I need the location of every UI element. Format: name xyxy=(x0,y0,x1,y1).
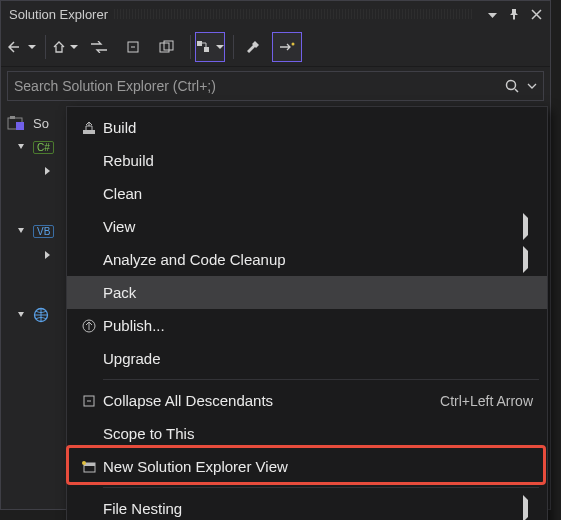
sync-button[interactable] xyxy=(84,32,114,62)
menu-label: Build xyxy=(103,119,533,136)
panel-toolbar xyxy=(1,27,550,67)
menu-separator xyxy=(103,379,539,380)
preview-button[interactable] xyxy=(272,32,302,62)
pending-changes-filter-button[interactable] xyxy=(195,32,225,62)
solution-icon xyxy=(7,115,27,131)
search-input[interactable]: Search Solution Explorer (Ctrl+;) xyxy=(7,71,544,101)
menu-label: Clean xyxy=(103,185,533,202)
toolbar-separator xyxy=(190,35,191,59)
menu-item-upgrade[interactable]: Upgrade xyxy=(67,342,547,375)
pin-icon[interactable] xyxy=(504,4,524,24)
submenu-arrow-icon xyxy=(515,500,533,517)
menu-label: Pack xyxy=(103,284,533,301)
menu-item-rebuild[interactable]: Rebuild xyxy=(67,144,547,177)
search-placeholder: Search Solution Explorer (Ctrl+;) xyxy=(14,78,505,94)
svg-rect-8 xyxy=(10,116,15,119)
menu-label: Publish... xyxy=(103,317,533,334)
menu-item-analyze[interactable]: Analyze and Code Cleanup xyxy=(67,243,547,276)
search-dropdown-icon[interactable] xyxy=(527,81,537,91)
menu-item-new-solution-explorer-view[interactable]: New Solution Explorer View xyxy=(67,450,547,483)
menu-item-clean[interactable]: Clean xyxy=(67,177,547,210)
menu-label: Analyze and Code Cleanup xyxy=(103,251,515,268)
svg-rect-11 xyxy=(83,130,95,134)
menu-item-publish[interactable]: Publish... xyxy=(67,309,547,342)
build-icon xyxy=(75,120,103,136)
panel-titlebar: Solution Explorer xyxy=(1,1,550,27)
menu-label: File Nesting xyxy=(103,500,515,517)
globe-icon xyxy=(33,307,49,323)
collapse-all-button[interactable] xyxy=(118,32,148,62)
menu-item-scope[interactable]: Scope to This xyxy=(67,417,547,450)
window-position-icon[interactable] xyxy=(482,4,502,24)
csharp-badge-icon: C# xyxy=(33,141,54,154)
menu-label: Collapse All Descendants xyxy=(103,392,440,409)
menu-item-file-nesting[interactable]: File Nesting xyxy=(67,492,547,520)
search-icon[interactable] xyxy=(505,79,523,93)
toolbar-separator xyxy=(233,35,234,59)
svg-rect-9 xyxy=(16,122,24,130)
home-button[interactable] xyxy=(50,32,80,62)
close-icon[interactable] xyxy=(526,4,546,24)
properties-button[interactable] xyxy=(238,32,268,62)
svg-point-6 xyxy=(507,81,516,90)
svg-point-16 xyxy=(82,461,86,465)
titlebar-grip xyxy=(114,9,474,19)
expander-open-icon[interactable] xyxy=(15,226,27,236)
expander-open-icon[interactable] xyxy=(15,142,27,152)
context-menu: Build Rebuild Clean View Analyze and Cod… xyxy=(66,106,548,520)
menu-label: Upgrade xyxy=(103,350,533,367)
panel-title: Solution Explorer xyxy=(9,7,108,22)
menu-separator xyxy=(103,487,539,488)
menu-label: Scope to This xyxy=(103,425,533,442)
menu-label: Rebuild xyxy=(103,152,533,169)
submenu-arrow-icon xyxy=(515,218,533,235)
toolbar-separator xyxy=(45,35,46,59)
publish-icon xyxy=(75,318,103,334)
vb-badge-icon: VB xyxy=(33,225,54,238)
menu-item-view[interactable]: View xyxy=(67,210,547,243)
new-view-icon xyxy=(75,460,103,474)
solution-label: So xyxy=(33,116,49,131)
svg-point-5 xyxy=(292,42,295,45)
submenu-arrow-icon xyxy=(515,251,533,268)
collapse-icon xyxy=(75,394,103,408)
expander-closed-icon[interactable] xyxy=(41,250,53,260)
menu-item-pack[interactable]: Pack xyxy=(67,276,547,309)
back-button[interactable] xyxy=(7,32,37,62)
menu-shortcut: Ctrl+Left Arrow xyxy=(440,393,533,409)
show-all-files-button[interactable] xyxy=(152,32,182,62)
menu-label: View xyxy=(103,218,515,235)
expander-open-icon[interactable] xyxy=(15,310,27,320)
menu-label: New Solution Explorer View xyxy=(103,458,533,475)
menu-item-build[interactable]: Build xyxy=(67,111,547,144)
expander-closed-icon[interactable] xyxy=(41,166,53,176)
menu-item-collapse-all[interactable]: Collapse All Descendants Ctrl+Left Arrow xyxy=(67,384,547,417)
svg-rect-3 xyxy=(197,41,202,46)
